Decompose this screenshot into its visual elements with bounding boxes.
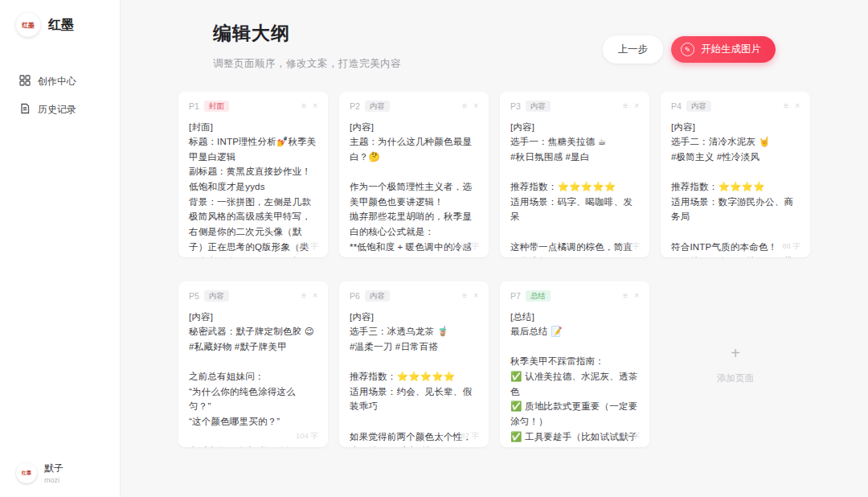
card-id: P6 xyxy=(350,291,360,301)
main-area: 编辑大纲 调整页面顺序，修改文案，打造完美内容 上一步 ✎ 开始生成图片 P1 … xyxy=(121,0,868,497)
outline-card-p4[interactable]: P4 内容 ≡ × [内容] 选手二：清冷水泥灰 🤘 #极简主义 #性冷淡风 推… xyxy=(661,92,810,257)
pen-icon: ✎ xyxy=(681,43,694,56)
add-page-card[interactable]: + 添加页面 xyxy=(661,281,810,447)
brand-logo-icon: 红墨 xyxy=(16,13,40,37)
card-actions: ≡ × xyxy=(462,291,478,300)
user-meta: 默子 mozi xyxy=(44,462,63,484)
outline-card-grid: P1 封面 ≡ × [封面] 标题：INTP理性分析💅秋季美甲显白逻辑 副标题：… xyxy=(178,92,810,447)
card-actions: ≡ × xyxy=(623,101,639,110)
card-head: P3 内容 ≡ × xyxy=(510,101,639,112)
char-count: 87 字 xyxy=(461,241,479,252)
card-id: P2 xyxy=(350,101,360,111)
close-icon[interactable]: × xyxy=(634,101,639,110)
card-head: P6 内容 ≡ × xyxy=(350,290,478,302)
drag-handle-icon[interactable]: ≡ xyxy=(301,101,306,110)
card-body-text[interactable]: [封面] 标题：INTP理性分析💅秋季美甲显白逻辑 副标题：黄黑皮直接抄作业！低… xyxy=(189,120,317,258)
card-actions: ≡ × xyxy=(462,101,478,110)
char-count: 176 字 xyxy=(296,241,318,252)
card-actions: ≡ × xyxy=(623,291,639,300)
card-tag-badge: 总结 xyxy=(526,290,551,302)
card-body-text[interactable]: [内容] 秘密武器：默子牌定制色胶 😉 #私藏好物 #默子牌美甲 之前总有姐妹问… xyxy=(189,310,317,448)
card-actions: ≡ × xyxy=(301,101,317,110)
card-tag-badge: 内容 xyxy=(526,101,551,112)
drag-handle-icon[interactable]: ≡ xyxy=(784,101,788,110)
card-actions: ≡ × xyxy=(784,101,800,110)
drag-handle-icon[interactable]: ≡ xyxy=(462,101,467,110)
user-name: 默子 xyxy=(44,462,63,475)
previous-step-button[interactable]: 上一步 xyxy=(603,35,664,64)
page-header-text: 编辑大纲 调整页面顺序，修改文案，打造完美内容 xyxy=(213,21,401,71)
card-tag-badge: 内容 xyxy=(686,101,711,112)
card-tag-badge: 内容 xyxy=(204,290,229,302)
card-body-text[interactable]: [总结] 最后总结 📝 秋季美甲不踩雷指南： ✅ 认准美拉德、水泥灰、透茶色 ✅… xyxy=(510,310,639,448)
card-head: P7 总结 ≡ × xyxy=(510,290,639,302)
close-icon[interactable]: × xyxy=(795,101,800,110)
history-icon xyxy=(19,103,31,117)
card-tag-badge: 内容 xyxy=(365,101,390,112)
drag-handle-icon[interactable]: ≡ xyxy=(462,291,467,300)
card-head: P4 内容 ≡ × xyxy=(671,101,800,112)
sidebar-item-history[interactable]: 历史记录 xyxy=(0,96,120,124)
sidebar-menu: 创作中心 历史记录 xyxy=(0,68,120,124)
drag-handle-icon[interactable]: ≡ xyxy=(301,291,306,300)
header-actions: 上一步 ✎ 开始生成图片 xyxy=(603,35,776,64)
drag-handle-icon[interactable]: ≡ xyxy=(623,101,628,110)
card-id: P3 xyxy=(510,101,521,111)
card-head: P1 封面 ≡ × xyxy=(189,101,317,112)
sidebar-item-label: 历史记录 xyxy=(38,103,76,117)
outline-card-p5[interactable]: P5 内容 ≡ × [内容] 秘密武器：默子牌定制色胶 😉 #私藏好物 #默子牌… xyxy=(178,281,328,447)
card-id: P5 xyxy=(189,291,199,301)
generate-images-label: 开始生成图片 xyxy=(701,43,761,56)
page-title: 编辑大纲 xyxy=(213,21,401,46)
drag-handle-icon[interactable]: ≡ xyxy=(623,291,628,300)
close-icon[interactable]: × xyxy=(634,291,639,300)
user-profile[interactable]: 红墨 默子 mozi xyxy=(16,462,63,484)
close-icon[interactable]: × xyxy=(473,291,478,300)
outline-card-p2[interactable]: P2 内容 ≡ × [内容] 主题：为什么这几种颜色最显白？🤔 作为一个极简理性… xyxy=(339,92,489,257)
close-icon[interactable]: × xyxy=(313,291,317,300)
outline-card-p7[interactable]: P7 总结 ≡ × [总结] 最后总结 📝 秋季美甲不踩雷指南： ✅ 认准美拉德… xyxy=(500,281,649,447)
sidebar: 红墨 红墨 创作中心 历史记录 红墨 默子 mozi xyxy=(0,0,121,497)
outline-card-p6[interactable]: P6 内容 ≡ × [内容] 选手三：冰透乌龙茶 🧋 #温柔一刀 #日常百搭 推… xyxy=(339,281,489,447)
card-id: P1 xyxy=(189,101,199,111)
generate-images-button[interactable]: ✎ 开始生成图片 xyxy=(671,36,776,63)
card-id: P7 xyxy=(510,291,521,301)
card-body-text[interactable]: [内容] 选手三：冰透乌龙茶 🧋 #温柔一刀 #日常百搭 推荐指数：⭐⭐⭐⭐⭐ … xyxy=(350,310,478,448)
card-body-text[interactable]: [内容] 主题：为什么这几种颜色最显白？🤔 作为一个极简理性主义者，选美甲颜色也… xyxy=(350,120,478,258)
page-subtitle: 调整页面顺序，修改文案，打造完美内容 xyxy=(213,57,401,71)
card-body-text[interactable]: [内容] 选手二：清冷水泥灰 🤘 #极简主义 #性冷淡风 推荐指数：⭐⭐⭐⭐ 适… xyxy=(671,120,800,258)
user-handle: mozi xyxy=(44,476,63,484)
card-id: P4 xyxy=(671,101,682,111)
char-count: 87 字 xyxy=(461,431,479,442)
brand-name: 红墨 xyxy=(48,17,74,34)
add-page-label: 添加页面 xyxy=(717,372,754,384)
char-count: 68 字 xyxy=(621,241,640,252)
card-head: P2 内容 ≡ × xyxy=(350,101,478,112)
page-header: 编辑大纲 调整页面顺序，修改文案，打造完美内容 上一步 ✎ 开始生成图片 xyxy=(178,21,810,71)
card-tag-badge: 内容 xyxy=(365,290,390,302)
outline-card-p1[interactable]: P1 封面 ≡ × [封面] 标题：INTP理性分析💅秋季美甲显白逻辑 副标题：… xyxy=(178,92,328,257)
close-icon[interactable]: × xyxy=(313,101,317,110)
grid-icon xyxy=(19,75,31,88)
char-count: 104 字 xyxy=(296,431,318,442)
close-icon[interactable]: × xyxy=(473,101,478,110)
char-count: 92 字 xyxy=(621,431,640,442)
card-body-text[interactable]: [内容] 选手一：焦糖美拉德 ☕ #秋日氛围感 #显白 推荐指数：⭐⭐⭐⭐⭐ 适… xyxy=(510,120,639,258)
card-actions: ≡ × xyxy=(301,291,317,300)
outline-card-p3[interactable]: P3 内容 ≡ × [内容] 选手一：焦糖美拉德 ☕ #秋日氛围感 #显白 推荐… xyxy=(500,92,649,257)
brand-row: 红墨 红墨 xyxy=(0,0,120,37)
sidebar-item-label: 创作中心 xyxy=(38,75,76,88)
card-tag-badge: 封面 xyxy=(204,101,229,112)
plus-icon: + xyxy=(731,345,740,361)
char-count: 88 字 xyxy=(782,241,800,252)
sidebar-item-creation-center[interactable]: 创作中心 xyxy=(0,68,120,96)
card-head: P5 内容 ≡ × xyxy=(189,290,317,302)
avatar: 红墨 xyxy=(16,462,37,483)
